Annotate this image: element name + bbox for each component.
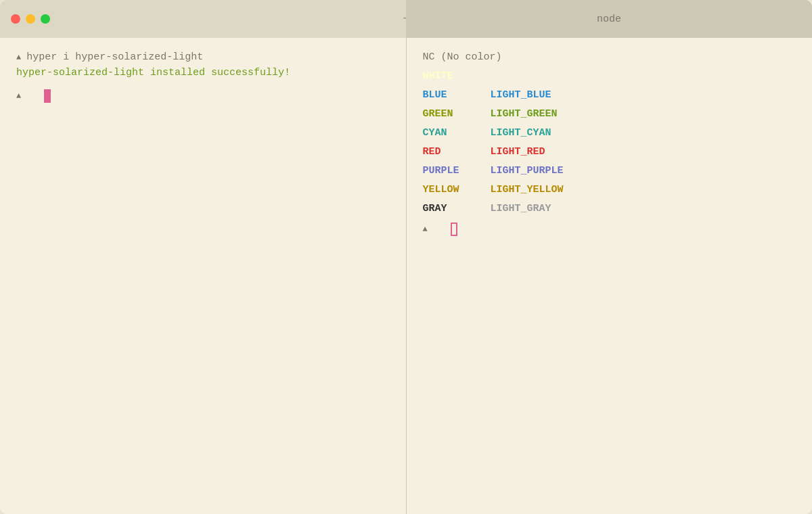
- right-cursor-line: ▲: [423, 223, 796, 236]
- install-output: hyper-solarized-light installed successf…: [16, 66, 390, 81]
- color-row-cyan: CYAN LIGHT_CYAN: [423, 125, 796, 141]
- color-light-cyan: LIGHT_CYAN: [491, 125, 551, 141]
- color-light-purple: LIGHT_PURPLE: [491, 163, 564, 179]
- minimize-button[interactable]: [26, 14, 35, 24]
- spacer-left: [26, 90, 39, 101]
- cursor-arrow-right: ▲: [423, 225, 428, 234]
- terminal-window: ~ node ▲ hyper i hyper-solarized-light h…: [0, 0, 812, 514]
- color-row-green: GREEN LIGHT_GREEN: [423, 106, 796, 122]
- color-light-green: LIGHT_GREEN: [491, 106, 558, 122]
- color-light-yellow: LIGHT_YELLOW: [491, 182, 564, 198]
- color-light-gray: LIGHT_GRAY: [491, 201, 551, 217]
- maximize-button[interactable]: [41, 14, 50, 24]
- command-text: hyper i hyper-solarized-light: [26, 51, 203, 63]
- color-light-blue: LIGHT_BLUE: [491, 87, 551, 103]
- color-name-red: RED: [423, 144, 491, 160]
- color-light-red: LIGHT_RED: [491, 144, 545, 160]
- color-row-red: RED LIGHT_RED: [423, 144, 796, 160]
- color-row-white: WHITE: [423, 68, 796, 85]
- color-row-yellow: YELLOW LIGHT_YELLOW: [423, 182, 796, 198]
- command-prompt-line: ▲ hyper i hyper-solarized-light: [16, 51, 390, 63]
- close-button[interactable]: [11, 14, 20, 24]
- color-row-gray: GRAY LIGHT_GRAY: [423, 201, 796, 217]
- color-name-yellow: YELLOW: [423, 182, 491, 198]
- titlebar: ~ node: [0, 0, 812, 38]
- color-name-white: WHITE: [423, 68, 491, 85]
- color-table: NC (No color) WHITE BLUE LIGHT_BLUE GREE…: [423, 51, 796, 236]
- right-tab-label[interactable]: node: [406, 0, 812, 38]
- color-name-purple: PURPLE: [423, 163, 491, 179]
- cursor-arrow-left: ▲: [16, 91, 21, 101]
- color-name-cyan: CYAN: [423, 125, 491, 141]
- panes-container: ▲ hyper i hyper-solarized-light hyper-so…: [0, 38, 812, 514]
- color-row-blue: BLUE LIGHT_BLUE: [423, 87, 796, 103]
- color-name-blue: BLUE: [423, 87, 491, 103]
- cursor-block-right: [451, 223, 457, 236]
- cursor-block-left: [44, 89, 51, 103]
- right-pane[interactable]: NC (No color) WHITE BLUE LIGHT_BLUE GREE…: [407, 38, 813, 514]
- left-cursor-line: ▲: [16, 89, 390, 103]
- color-row-purple: PURPLE LIGHT_PURPLE: [423, 163, 796, 179]
- left-pane[interactable]: ▲ hyper i hyper-solarized-light hyper-so…: [0, 38, 407, 514]
- color-name-green: GREEN: [423, 106, 491, 122]
- prompt-arrow-left: ▲: [16, 53, 21, 62]
- no-color-label: NC (No color): [423, 51, 796, 63]
- spacer-right: [433, 224, 445, 235]
- color-name-gray: GRAY: [423, 201, 491, 217]
- traffic-lights: [0, 14, 50, 24]
